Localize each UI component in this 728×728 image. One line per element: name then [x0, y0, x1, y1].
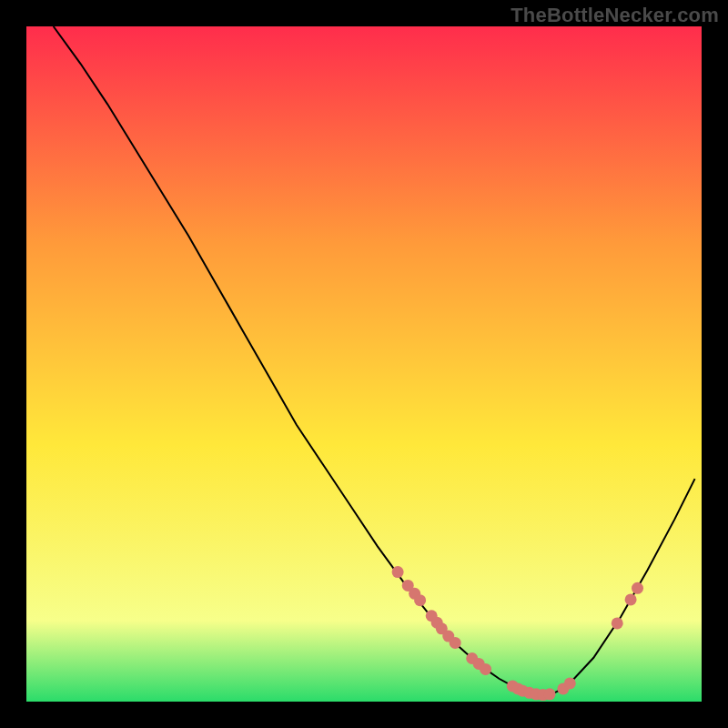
data-marker — [480, 663, 491, 675]
data-marker — [450, 637, 461, 649]
data-marker — [414, 594, 426, 606]
data-marker — [392, 566, 404, 578]
bottleneck-curve — [54, 26, 695, 695]
plot-svg — [26, 26, 702, 702]
data-marker — [612, 617, 623, 629]
data-marker — [544, 688, 556, 700]
data-marker — [625, 593, 637, 605]
plot-area — [26, 26, 702, 702]
data-marker — [632, 582, 643, 594]
data-markers — [392, 566, 643, 701]
chart-frame: TheBottleNecker.com — [0, 0, 728, 728]
watermark-text: TheBottleNecker.com — [511, 4, 719, 27]
data-marker — [564, 677, 576, 689]
